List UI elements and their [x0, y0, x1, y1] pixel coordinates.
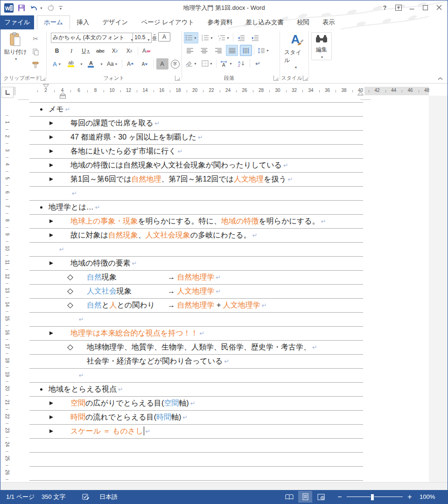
line-spacing-icon[interactable]: ▼: [256, 45, 271, 56]
doc-row[interactable]: 地域の特徴には自然現象や人文社会現象が関わったりしている↵: [30, 158, 363, 172]
text-effects-icon[interactable]: A▼: [51, 58, 63, 70]
vertical-ruler[interactable]: 1234567891011121314151617181920212223242…: [1, 96, 13, 481]
sort-icon[interactable]: AZ: [236, 58, 248, 69]
char-count[interactable]: 350 文字: [42, 490, 65, 504]
distribute-text-icon[interactable]: [240, 45, 252, 56]
undo-icon[interactable]: ▼: [29, 3, 43, 13]
help-icon[interactable]: ?: [378, 1, 392, 14]
tab-file[interactable]: ファイル: [0, 15, 34, 29]
doc-row[interactable]: メモ↵: [30, 102, 363, 116]
styles-button[interactable]: A スタイル ▼: [284, 32, 307, 69]
horizontal-scrollbar[interactable]: [0, 482, 448, 490]
word-logo-icon[interactable]: W: [4, 3, 14, 13]
align-right-icon[interactable]: [212, 45, 224, 56]
align-center-icon[interactable]: [198, 45, 210, 56]
doc-row[interactable]: 地理学とは…↵: [30, 200, 363, 214]
save-icon[interactable]: [18, 3, 25, 13]
paragraph-dialog-launcher[interactable]: [273, 76, 279, 81]
doc-row[interactable]: 地理学は本来総合的な視点を持つ！！↵: [30, 326, 363, 340]
clear-formatting-button[interactable]: A: [140, 45, 153, 56]
doc-row[interactable]: 故に対象は自然現象、人文社会現象の多岐にわたる。↵: [30, 228, 363, 242]
borders-icon[interactable]: ▼: [200, 58, 214, 69]
zoom-slider-track[interactable]: [347, 497, 403, 497]
font-name-combo[interactable]: みかちゃん (本文のフォント▼: [51, 33, 135, 43]
doc-row[interactable]: 各地に赴いたら必ず市場に行く↵: [30, 144, 363, 158]
ribbon-display-options-icon[interactable]: [392, 1, 405, 14]
read-mode-icon[interactable]: [282, 491, 296, 503]
underline-button[interactable]: U▼: [80, 45, 92, 56]
horizontal-ruler[interactable]: 2468101214161820222426283032343638404244…: [0, 87, 448, 95]
tab-design[interactable]: デザイン: [96, 15, 134, 29]
highlight-color-icon[interactable]: ab: [65, 58, 77, 70]
multilevel-list-button[interactable]: 1ai▼: [217, 32, 231, 43]
qat-customize-icon[interactable]: ▼: [59, 3, 63, 13]
first-line-indent-marker[interactable]: [43, 84, 49, 88]
font-dialog-launcher[interactable]: [175, 76, 180, 81]
bullets-button[interactable]: ▼: [184, 32, 198, 43]
maximize-icon[interactable]: [419, 1, 432, 14]
doc-row[interactable]: 地域をとらえる視点↵: [30, 382, 363, 396]
minimize-icon[interactable]: [405, 1, 419, 14]
change-case-icon[interactable]: Aa▼: [105, 58, 119, 70]
paste-button[interactable]: 貼り付け ▼: [4, 32, 27, 61]
superscript-button[interactable]: X2: [123, 45, 135, 56]
tab-view[interactable]: 表示: [316, 15, 342, 29]
print-layout-icon[interactable]: [298, 491, 312, 503]
editing-button[interactable]: 編集 ▼: [311, 32, 332, 60]
format-painter-icon[interactable]: [29, 59, 42, 70]
doc-row[interactable]: 自然と人との関わり→ 自然地理学 + 人文地理学↵: [30, 298, 363, 312]
tab-references[interactable]: 参考資料: [201, 15, 239, 29]
clipboard-dialog-launcher[interactable]: [41, 76, 46, 81]
copy-icon[interactable]: [29, 46, 42, 57]
doc-row[interactable]: 地球上の事象・現象を明らかにする。特に、地域の特徴を明らかにする。↵: [30, 214, 363, 228]
character-shading-icon[interactable]: A: [156, 58, 168, 70]
bold-button[interactable]: B: [51, 45, 63, 56]
shrink-font-icon[interactable]: A: [139, 58, 151, 70]
character-border-icon[interactable]: A: [158, 32, 170, 42]
zoom-out-icon[interactable]: −: [335, 491, 345, 503]
page-indicator[interactable]: 1/1 ページ: [6, 490, 35, 504]
doc-row[interactable]: スケール ＝ ものさし↵: [30, 424, 363, 438]
align-left-icon[interactable]: [184, 45, 196, 56]
doc-row[interactable]: ↵: [30, 186, 363, 200]
doc-row[interactable]: 毎回の課題で出席を取る↵: [30, 116, 363, 130]
font-size-combo[interactable]: 10.5▼: [133, 33, 152, 43]
tab-stop-selector[interactable]: [1, 87, 14, 98]
doc-row[interactable]: 時間の流れでとらえる目(時間軸)↵: [30, 410, 363, 424]
zoom-in-icon[interactable]: +: [405, 491, 415, 503]
proofing-status-icon[interactable]: [81, 491, 91, 503]
close-icon[interactable]: [432, 1, 446, 14]
asian-layout-icon[interactable]: A▼: [218, 58, 234, 69]
doc-row[interactable]: ↵: [30, 312, 363, 326]
numbering-button[interactable]: 123▼: [200, 32, 215, 43]
show-formatting-marks-icon[interactable]: ↵: [252, 58, 264, 69]
strikethrough-button[interactable]: abc: [94, 45, 106, 56]
doc-row[interactable]: 第1回～第6回では自然地理、第7回～第12回では人文地理を扱う↵: [30, 172, 363, 186]
doc-row[interactable]: 人文社会現象→ 人文地理学↵: [30, 284, 363, 298]
increase-indent-icon[interactable]: [249, 32, 261, 43]
doc-row[interactable]: 地域の特徴の要素↵: [30, 256, 363, 270]
hanging-indent-marker[interactable]: [60, 92, 66, 99]
right-indent-marker[interactable]: [357, 91, 364, 96]
undo-dropdown-icon[interactable]: ▼: [40, 7, 43, 10]
doc-row[interactable]: ↵: [30, 242, 363, 256]
doc-row[interactable]: 47 都道府県・30 ヶ国以上を制覇した↵: [30, 130, 363, 144]
italic-button[interactable]: I: [65, 45, 77, 56]
tab-mailings[interactable]: 差し込み文書: [239, 15, 290, 29]
doc-row[interactable]: 空間の広がりでとらえる目(空間軸)↵: [30, 396, 363, 410]
justify-icon[interactable]: [226, 45, 238, 56]
collapse-ribbon-icon[interactable]: [438, 77, 443, 81]
language-indicator[interactable]: 日本語: [99, 490, 118, 504]
styles-dialog-launcher[interactable]: [303, 76, 308, 81]
doc-row[interactable]: 自然現象→ 自然地理学↵: [30, 270, 363, 284]
redo-icon[interactable]: [47, 3, 55, 13]
font-color-icon[interactable]: A: [85, 58, 97, 70]
tab-home[interactable]: ホーム: [37, 15, 70, 29]
decrease-indent-icon[interactable]: [235, 32, 247, 43]
grow-font-icon[interactable]: A: [125, 58, 137, 70]
doc-row[interactable]: ↵: [30, 368, 363, 382]
tab-insert[interactable]: 挿入: [70, 15, 96, 29]
shading-icon[interactable]: ▼: [184, 58, 198, 69]
zoom-level[interactable]: 100%: [420, 490, 435, 504]
tab-review[interactable]: 校閲: [290, 15, 316, 29]
